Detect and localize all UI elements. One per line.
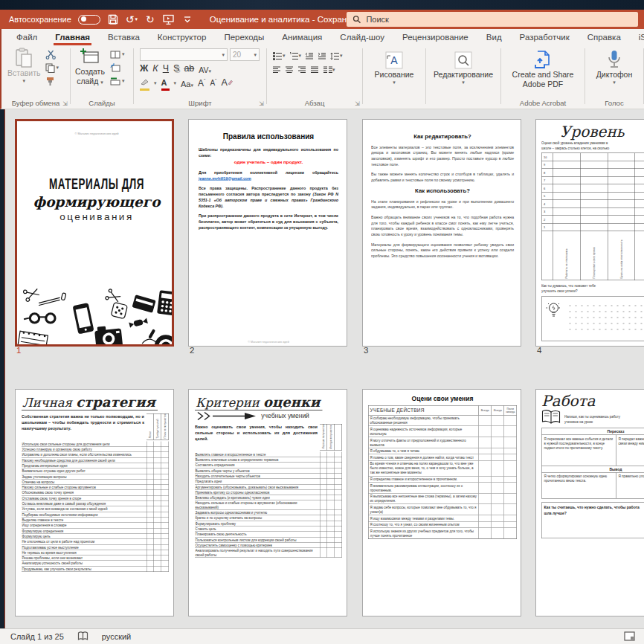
format-painter-button[interactable] — [44, 74, 61, 88]
tab-разработчик[interactable]: Разработчик — [511, 29, 579, 45]
redo-icon[interactable]: ↻ — [144, 13, 156, 25]
check-cell[interactable] — [479, 528, 492, 538]
check-cell[interactable] — [327, 548, 335, 558]
check-cell[interactable] — [327, 495, 335, 500]
check-cell[interactable] — [492, 461, 504, 476]
check-cell[interactable] — [154, 506, 161, 512]
check-cell[interactable] — [479, 515, 492, 521]
check-cell[interactable] — [320, 468, 327, 473]
slide-thumbnail-1[interactable]: © Магазин педагогических идейМАТЕРИАЛЫ Д… — [15, 119, 174, 347]
tab-файл[interactable]: Файл — [7, 29, 46, 45]
check-cell[interactable] — [146, 452, 154, 457]
check-cell[interactable] — [154, 457, 161, 463]
drawing-button[interactable]: A Рисование ▾ — [363, 48, 425, 86]
grid-cell[interactable] — [553, 224, 580, 232]
slide-layout-button[interactable]: ▾ — [109, 48, 126, 61]
italic-button[interactable]: К — [152, 64, 158, 74]
check-cell[interactable] — [154, 518, 161, 523]
grid-cell[interactable] — [635, 184, 644, 193]
grid-cell[interactable] — [635, 200, 644, 208]
grid-cell[interactable] — [635, 169, 644, 177]
check-cell[interactable] — [146, 528, 154, 533]
grid-cell[interactable] — [553, 184, 580, 193]
check-cell[interactable] — [492, 437, 504, 448]
paragraph-dialog-launcher[interactable]: ⇲ — [355, 100, 360, 107]
check-cell[interactable] — [327, 543, 335, 548]
check-cell[interactable] — [154, 496, 161, 501]
check-cell[interactable] — [146, 457, 154, 463]
check-cell[interactable] — [146, 512, 154, 517]
highlight-color-button[interactable] — [140, 76, 149, 91]
check-cell[interactable] — [335, 463, 342, 468]
check-cell[interactable] — [161, 539, 169, 544]
check-cell[interactable] — [154, 441, 161, 446]
check-cell[interactable] — [335, 484, 342, 489]
font-size-combo[interactable]: 20▾ — [230, 48, 260, 61]
check-cell[interactable] — [335, 532, 342, 537]
grid-cell[interactable] — [608, 184, 635, 193]
criterion-cell[interactable]: Я четко сформулировал основную идею проч… — [542, 472, 616, 498]
check-cell[interactable] — [492, 493, 504, 503]
check-cell[interactable] — [479, 521, 492, 527]
save-icon[interactable] — [107, 13, 119, 25]
slide-thumbnail-3[interactable]: Как редактировать?Все элементы материало… — [362, 119, 521, 347]
columns-button[interactable]: ▾ — [323, 66, 335, 74]
check-cell[interactable] — [146, 556, 154, 561]
tab-рецензирование[interactable]: Рецензирование — [393, 29, 477, 45]
check-cell[interactable] — [504, 504, 517, 515]
slide-thumbnail-7[interactable]: Оцени свои уменияУЧЕБНЫЕ ДЕЙСТВИЯВсегдаИ… — [362, 389, 521, 616]
check-cell[interactable] — [504, 521, 517, 527]
check-cell[interactable] — [504, 454, 517, 460]
grid-cell[interactable] — [553, 193, 580, 201]
criterion-cell[interactable]: Я передал важные события, сохранив связи… — [616, 435, 644, 466]
grid-cell[interactable] — [608, 208, 635, 216]
check-cell[interactable] — [479, 448, 492, 454]
slide-thumbnail-6[interactable]: Критерии оценки учебных уменийВажно оцен… — [188, 389, 347, 616]
check-cell[interactable] — [504, 476, 517, 482]
check-cell[interactable] — [161, 523, 169, 528]
tab-справка[interactable]: Справка — [579, 29, 630, 45]
paste-button[interactable]: Вставить ▾ — [7, 48, 41, 88]
check-cell[interactable] — [161, 550, 169, 556]
check-cell[interactable] — [492, 515, 504, 521]
check-cell[interactable] — [161, 463, 169, 468]
check-cell[interactable] — [327, 463, 335, 468]
font-name-combo[interactable]: ▾ — [140, 48, 228, 61]
check-cell[interactable] — [335, 521, 342, 526]
check-cell[interactable] — [479, 454, 492, 460]
check-cell[interactable] — [335, 537, 342, 542]
check-cell[interactable] — [154, 544, 161, 550]
check-cell[interactable] — [479, 426, 492, 437]
tab-главная[interactable]: Главная — [46, 29, 99, 45]
check-cell[interactable] — [146, 544, 154, 550]
check-cell[interactable] — [154, 528, 161, 533]
check-cell[interactable] — [146, 474, 154, 479]
grid-cell[interactable] — [608, 177, 635, 185]
grid-cell[interactable] — [553, 216, 580, 224]
line-spacing-button[interactable]: ▾ — [330, 52, 343, 60]
decrease-indent-button[interactable] — [305, 52, 314, 60]
check-cell[interactable] — [504, 448, 517, 454]
dictaphone-button[interactable]: Диктофон ▾ — [585, 48, 643, 86]
check-cell[interactable] — [327, 479, 335, 484]
check-cell[interactable] — [327, 468, 335, 473]
tab-анимация[interactable]: Анимация — [273, 29, 331, 45]
check-cell[interactable] — [146, 518, 154, 523]
check-cell[interactable] — [161, 474, 169, 479]
check-cell[interactable] — [146, 463, 154, 468]
check-cell[interactable] — [161, 452, 169, 457]
check-cell[interactable] — [327, 527, 335, 532]
check-cell[interactable] — [504, 426, 517, 437]
check-cell[interactable] — [479, 437, 492, 448]
check-cell[interactable] — [320, 500, 327, 510]
grid-cell[interactable] — [608, 200, 635, 208]
grid-cell[interactable] — [635, 153, 644, 161]
check-cell[interactable] — [320, 548, 327, 558]
grid-cell[interactable] — [608, 193, 635, 201]
align-right-button[interactable] — [298, 66, 306, 74]
search-input[interactable] — [366, 15, 632, 24]
check-cell[interactable] — [146, 447, 154, 452]
check-cell[interactable] — [161, 496, 169, 501]
check-cell[interactable] — [146, 566, 154, 571]
check-cell[interactable] — [504, 461, 517, 476]
